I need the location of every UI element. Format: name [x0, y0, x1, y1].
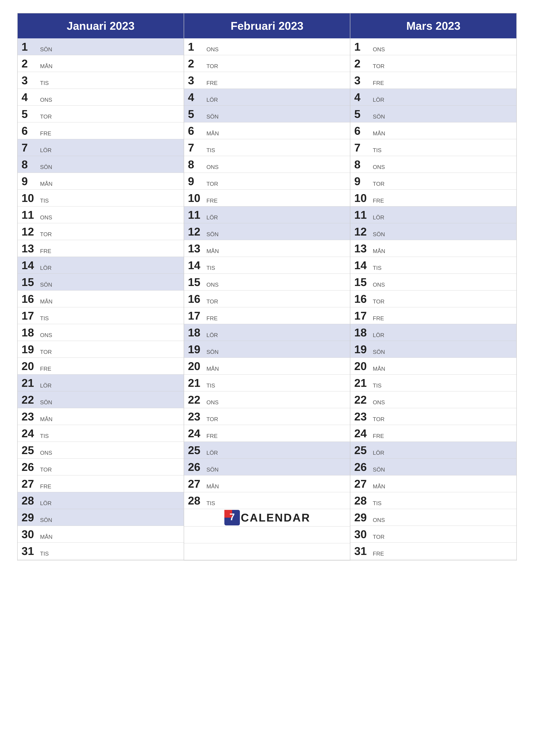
day-row: 22ONS [350, 392, 516, 408]
day-number: 19 [188, 344, 205, 355]
day-row: 8SÖN [18, 156, 184, 173]
day-row: 29SÖN [18, 509, 184, 526]
day-row: 18LÖR [350, 324, 516, 341]
day-name: ONS [40, 332, 52, 339]
day-row: 5SÖN [350, 106, 516, 122]
day-row: 3FRE [184, 72, 350, 89]
logo-row: 7 CALENDAR [184, 509, 350, 526]
day-number: 28 [21, 495, 39, 506]
day-row: 7TIS [184, 139, 350, 156]
day-name: ONS [373, 164, 385, 171]
day-number: 8 [188, 159, 205, 170]
day-name: TIS [40, 198, 49, 205]
day-number: 14 [21, 260, 39, 271]
day-number: 11 [188, 209, 205, 221]
day-row: 6MÅN [350, 122, 516, 139]
day-name: LÖR [207, 96, 218, 104]
day-row: 25LÖR [184, 442, 350, 459]
day-row: 13FRE [18, 240, 184, 257]
day-number: 17 [188, 310, 205, 321]
day-row: 9MÅN [18, 173, 184, 190]
day-row: 12SÖN [184, 223, 350, 240]
day-number: 9 [354, 176, 371, 187]
day-name: TOR [207, 63, 218, 70]
day-name: SÖN [40, 399, 52, 407]
day-number: 2 [21, 58, 39, 69]
day-number: 12 [354, 226, 371, 237]
day-name: SÖN [373, 231, 385, 239]
day-number: 5 [188, 108, 205, 120]
month-col-january: Januari 20231SÖN2MÅN3TIS4ONS5TOR6FRE7LÖR… [18, 14, 184, 560]
day-number: 24 [354, 428, 371, 439]
day-row: 26SÖN [184, 459, 350, 475]
day-number: 4 [21, 92, 39, 103]
day-number: 16 [21, 293, 39, 305]
day-row: 27MÅN [350, 475, 516, 492]
day-name: FRE [207, 433, 218, 440]
day-name: LÖR [373, 214, 384, 222]
day-number: 29 [354, 512, 371, 523]
day-name: ONS [373, 399, 385, 407]
day-name: FRE [207, 315, 218, 323]
day-number: 27 [354, 478, 371, 489]
day-name: SÖN [373, 466, 385, 474]
day-row: 10FRE [350, 190, 516, 206]
day-name: FRE [207, 198, 218, 205]
day-name: SÖN [373, 349, 385, 356]
day-row: 13MÅN [350, 240, 516, 257]
day-number: 17 [354, 310, 371, 321]
day-name: FRE [373, 433, 384, 440]
day-name: ONS [207, 399, 218, 407]
day-number: 18 [21, 327, 39, 338]
day-name: TIS [373, 500, 381, 507]
day-number: 11 [354, 209, 371, 221]
day-name: TIS [40, 551, 49, 558]
day-number: 20 [354, 361, 371, 372]
day-row: 1SÖN [18, 39, 184, 55]
day-number: 12 [188, 226, 205, 237]
day-row: 29ONS [350, 509, 516, 526]
day-number: 23 [354, 411, 371, 422]
day-name: TOR [373, 534, 384, 541]
day-row: 27FRE [18, 475, 184, 492]
day-number: 26 [188, 461, 205, 472]
day-number: 16 [354, 293, 371, 305]
day-row: 5TOR [18, 106, 184, 122]
day-row: 12TOR [18, 223, 184, 240]
day-name: TOR [373, 416, 384, 423]
day-row: 14LÖR [18, 257, 184, 274]
day-number: 3 [354, 75, 371, 86]
day-row: 11LÖR [184, 206, 350, 223]
day-number: 23 [188, 411, 205, 422]
day-row: 3FRE [350, 72, 516, 89]
day-row: 14TIS [350, 257, 516, 274]
day-row: 26SÖN [350, 459, 516, 475]
day-name: FRE [373, 198, 384, 205]
day-number: 25 [188, 445, 205, 456]
day-name: FRE [40, 483, 51, 491]
day-number: 31 [354, 546, 371, 557]
day-name: FRE [373, 315, 384, 323]
day-row: 17FRE [350, 307, 516, 324]
day-row: 4LÖR [184, 89, 350, 106]
day-number: 22 [21, 394, 39, 405]
day-name: MÅN [373, 365, 385, 373]
day-number: 21 [21, 377, 39, 389]
day-number: 27 [188, 478, 205, 489]
day-name: SÖN [207, 466, 218, 474]
day-row: 24FRE [350, 425, 516, 442]
day-number: 29 [21, 512, 39, 523]
day-name: LÖR [207, 214, 218, 222]
day-row: 28LÖR [18, 492, 184, 509]
svg-text:7: 7 [230, 512, 235, 522]
day-row: 23MÅN [18, 408, 184, 425]
day-name: LÖR [40, 265, 51, 272]
day-row: 20MÅN [350, 358, 516, 375]
day-number: 4 [354, 92, 371, 103]
day-number: 5 [354, 108, 371, 120]
month-header-january: Januari 2023 [18, 14, 184, 39]
day-name: SÖN [207, 113, 218, 121]
day-row: 8ONS [184, 156, 350, 173]
day-name: TOR [207, 298, 218, 306]
day-row: 25ONS [18, 442, 184, 459]
